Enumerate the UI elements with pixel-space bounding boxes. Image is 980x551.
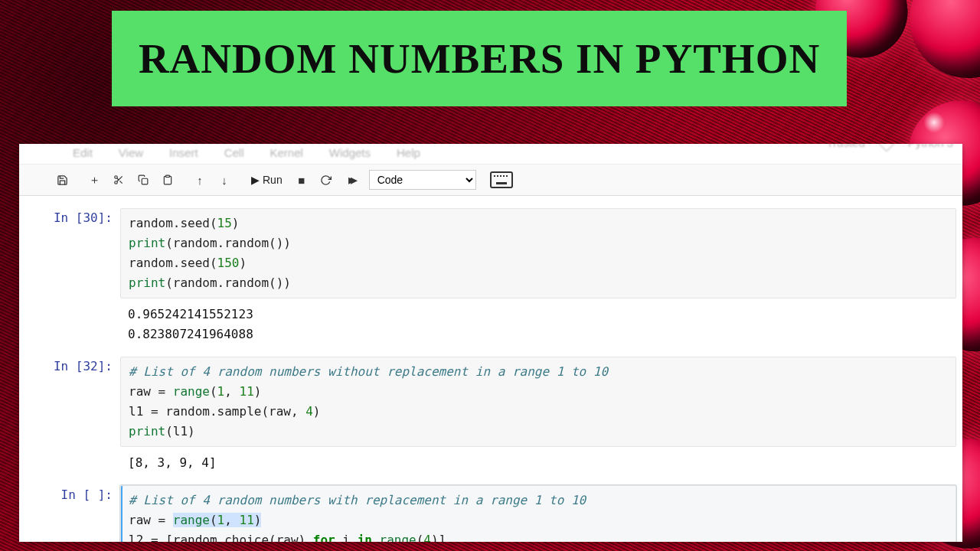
svg-point-0 (115, 176, 118, 179)
menu-cell[interactable]: Cell (224, 146, 244, 159)
cell-type-select[interactable]: Code (369, 170, 476, 190)
menu-widgets[interactable]: Widgets (329, 146, 371, 159)
trusted-indicator[interactable]: Trusted (826, 144, 864, 149)
cell-body: # List of 4 random numbers with replacem… (120, 485, 956, 542)
insert-cell-below-button[interactable]: ＋ (82, 169, 106, 191)
run-label: Run (263, 174, 283, 186)
menu-kernel[interactable]: Kernel (270, 146, 302, 159)
menu-view[interactable]: View (119, 146, 143, 159)
code-cell[interactable]: In [32]:# List of 4 random numbers witho… (19, 352, 962, 481)
code-cell[interactable]: In [30]:random.seed(15) print(random.ran… (19, 204, 962, 352)
cell-body: random.seed(15) print(random.random()) r… (120, 208, 956, 347)
title-banner: RANDOM NUMBERS IN PYTHON (112, 11, 847, 106)
svg-rect-5 (142, 178, 148, 184)
kernel-indicator[interactable]: Python 3 (908, 144, 953, 149)
svg-line-4 (117, 178, 119, 180)
input-prompt: In [ ]: (42, 485, 120, 542)
svg-rect-6 (166, 175, 170, 177)
menu-help[interactable]: Help (397, 146, 420, 159)
command-palette-icon[interactable] (490, 171, 513, 188)
cell-output: 0.965242141552123 0.823807241964088 (120, 298, 956, 347)
cell-body: # List of 4 random numbers without repla… (120, 357, 956, 476)
edit-mode-icon (877, 144, 895, 152)
page-title: RANDOM NUMBERS IN PYTHON (139, 34, 820, 83)
svg-point-1 (115, 181, 118, 184)
menu-insert[interactable]: Insert (169, 146, 198, 159)
run-cell-button[interactable]: ▶ Run (244, 169, 289, 191)
restart-run-all-button[interactable]: ▸▸ (338, 169, 363, 191)
paste-cell-button[interactable] (155, 169, 180, 191)
code-input-area[interactable]: # List of 4 random numbers without repla… (120, 357, 956, 447)
code-input-area[interactable]: # List of 4 random numbers with replacem… (120, 485, 956, 542)
code-content[interactable]: random.seed(15) print(random.random()) r… (129, 214, 948, 293)
run-icon: ▶ (251, 174, 260, 186)
code-input-area[interactable]: random.seed(15) print(random.random()) r… (120, 208, 956, 298)
svg-line-3 (119, 181, 122, 183)
move-cell-up-button[interactable]: ↑ (188, 169, 212, 191)
move-cell-down-button[interactable]: ↓ (212, 169, 237, 191)
jupyter-notebook-window: Edit View Insert Cell Kernel Widgets Hel… (19, 144, 962, 542)
input-prompt: In [30]: (42, 208, 120, 347)
cut-cell-button[interactable] (106, 169, 131, 191)
input-prompt: In [32]: (42, 357, 120, 476)
code-cell[interactable]: In [ ]:# List of 4 random numbers with r… (19, 481, 962, 542)
code-content[interactable]: # List of 4 random numbers without repla… (129, 362, 948, 442)
save-button[interactable] (50, 169, 74, 191)
notebook-cells: In [30]:random.seed(15) print(random.ran… (19, 196, 962, 542)
cell-output: [8, 3, 9, 4] (120, 447, 956, 476)
interrupt-kernel-button[interactable]: ■ (289, 169, 314, 191)
restart-kernel-button[interactable] (314, 169, 338, 191)
copy-cell-button[interactable] (131, 169, 155, 191)
toolbar: ＋ ↑ ↓ ▶ Run ■ ▸▸ Code (19, 165, 962, 196)
code-content[interactable]: # List of 4 random numbers with replacem… (129, 491, 948, 542)
menu-edit[interactable]: Edit (73, 146, 93, 159)
menubar: Edit View Insert Cell Kernel Widgets Hel… (19, 144, 962, 165)
